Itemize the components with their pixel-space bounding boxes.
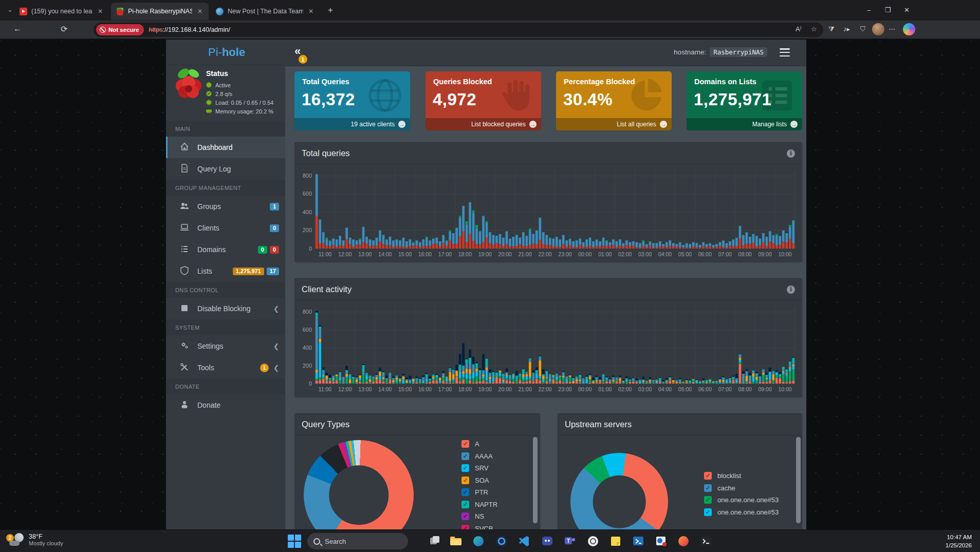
- browser-tab-pihole[interactable]: Pi-hole RasberrypiNAS ✕: [111, 3, 209, 20]
- sidebar-item-tools[interactable]: Tools1❮: [166, 357, 285, 378]
- search-icon: [313, 538, 320, 545]
- collections-icon[interactable]: ⛉: [860, 25, 865, 33]
- query-type-legend-item[interactable]: ✓SOA: [461, 474, 497, 487]
- legend-checkbox-icon: ✓: [461, 452, 469, 460]
- extensions-icon[interactable]: ⧩: [828, 25, 835, 33]
- url-text[interactable]: https://192.168.4.140/admin/: [149, 26, 230, 33]
- card-footer-link[interactable]: List all queries→: [556, 118, 672, 130]
- client-activity-chart[interactable]: 020040060080011:0012:0013:0014:0015:0016…: [299, 301, 798, 396]
- browser-tab-youtube[interactable]: (159) you need to learn MCP RIGH ✕: [14, 3, 109, 20]
- raspberry-logo: [173, 67, 204, 101]
- card-value: 16,372: [302, 90, 355, 109]
- sidebar-item-query-log[interactable]: Query Log: [166, 158, 285, 180]
- upstream-legend-item[interactable]: ✓one.one.one.one#53: [704, 506, 779, 519]
- sidebar-item-label: Clients: [197, 224, 267, 232]
- chatgpt-icon[interactable]: [586, 534, 600, 548]
- window-maximize-button[interactable]: ❐: [878, 0, 897, 20]
- vscode-icon[interactable]: [517, 534, 531, 548]
- teams-icon[interactable]: T: [563, 534, 577, 548]
- sidebar-item-lists[interactable]: Lists1,275,97117: [166, 260, 285, 282]
- card-footer-link[interactable]: 19 active clients→: [294, 118, 410, 130]
- total-queries-chart[interactable]: 020040060080011:0012:0013:0014:0015:0016…: [299, 165, 798, 261]
- file-explorer-icon[interactable]: [449, 534, 463, 548]
- query-type-legend-item[interactable]: ✓SVCB: [461, 523, 497, 530]
- svg-text:13:00: 13:00: [358, 386, 372, 392]
- screen: ⌄ (159) you need to learn MCP RIGH ✕ Pi-…: [0, 0, 980, 552]
- window-close-button[interactable]: ✕: [897, 0, 916, 20]
- sticky-notes-icon[interactable]: [608, 534, 623, 548]
- not-secure-badge[interactable]: Not secure: [96, 24, 144, 35]
- card-title: Percentage Blocked: [564, 78, 635, 86]
- tab-close-icon[interactable]: ✕: [96, 7, 105, 16]
- copilot-icon[interactable]: [903, 23, 915, 35]
- query-type-legend-item[interactable]: ✓PTR: [461, 486, 497, 499]
- globe-icon: [365, 75, 405, 116]
- outlook-icon[interactable]: [654, 534, 668, 548]
- card-footer-link[interactable]: List blocked queries→: [426, 118, 541, 130]
- read-aloud-icon[interactable]: A): [796, 25, 801, 33]
- nav-section-header: GROUP MANAGEMENT: [166, 180, 285, 196]
- query-type-legend-item[interactable]: ✓NAPTR: [461, 499, 497, 511]
- back-icon[interactable]: ←: [13, 24, 22, 33]
- settings-menu-icon[interactable]: ⋯: [889, 25, 895, 33]
- query-type-legend-item[interactable]: ✓AAAA: [461, 450, 497, 463]
- sidebar-item-dashboard[interactable]: Dashboard: [166, 137, 285, 158]
- tab-search-chevron-icon[interactable]: ⌄: [7, 6, 13, 13]
- photos-icon[interactable]: [494, 534, 509, 548]
- task-view-icon[interactable]: [428, 534, 442, 548]
- tab-close-icon[interactable]: ✕: [306, 7, 316, 16]
- weather-widget[interactable]: 2 38°F Mostly cloudy: [9, 532, 63, 547]
- info-icon[interactable]: i: [787, 285, 795, 294]
- query-types-legend: ✓A✓AAAA✓SRV✓SOA✓PTR✓NAPTR✓NS✓SVCB: [461, 438, 497, 529]
- svg-text:22:00: 22:00: [538, 386, 551, 392]
- query-type-legend-item[interactable]: ✓NS: [461, 510, 497, 523]
- legend-checkbox-icon: ✓: [704, 472, 712, 480]
- query-type-legend-item[interactable]: ✓A: [461, 438, 497, 450]
- card-footer-link[interactable]: Manage lists→: [687, 118, 802, 130]
- refresh-icon[interactable]: ⟳: [61, 24, 67, 34]
- edge-icon[interactable]: [471, 534, 486, 548]
- terminal-icon[interactable]: [699, 534, 713, 548]
- svg-text:00:00: 00:00: [578, 386, 591, 392]
- profile-avatar[interactable]: [872, 23, 884, 35]
- taskbar-clock[interactable]: 10:47 AM 1/25/2026: [946, 533, 972, 549]
- update-badge[interactable]: 1: [299, 55, 307, 64]
- sidebar-item-settings[interactable]: Settings❮: [166, 335, 285, 357]
- pihole-logo-text[interactable]: Pi-hole: [166, 40, 285, 65]
- discord-icon[interactable]: [540, 534, 554, 548]
- info-icon[interactable]: i: [787, 149, 795, 158]
- tab-close-icon[interactable]: ✕: [195, 7, 205, 16]
- legend-checkbox-icon: ✓: [461, 525, 469, 529]
- menu-hamburger-icon[interactable]: [780, 48, 790, 56]
- legend-scrollbar[interactable]: [533, 437, 538, 523]
- start-button[interactable]: [288, 535, 301, 548]
- powershell-icon[interactable]: [631, 534, 645, 548]
- sidebar-item-domains[interactable]: Domains00: [166, 239, 285, 260]
- media-controls-icon[interactable]: ♪▸: [843, 25, 850, 33]
- favorites-star-icon[interactable]: ☆: [811, 25, 817, 33]
- legend-label: SOA: [475, 477, 489, 484]
- browser-tab-datateam[interactable]: New Post | The Data Team ✕: [211, 3, 320, 20]
- svg-text:400: 400: [303, 345, 312, 351]
- address-bar[interactable]: Not secure https://192.168.4.140/admin/: [94, 23, 823, 37]
- upstream-legend-item[interactable]: ✓blocklist: [704, 470, 779, 482]
- upstream-legend-item[interactable]: ✓one.one.one.one#53: [704, 494, 779, 506]
- window-minimize-button[interactable]: –: [859, 0, 878, 20]
- firefox-icon[interactable]: [676, 534, 691, 548]
- gauge-icon: [206, 91, 212, 97]
- svg-text:11:00: 11:00: [319, 251, 332, 257]
- taskbar-search[interactable]: Search: [307, 533, 408, 549]
- upstream-legend-item[interactable]: ✓cache: [704, 482, 779, 494]
- new-tab-button[interactable]: +: [328, 5, 333, 15]
- memory-icon: [206, 108, 212, 114]
- legend-scrollbar[interactable]: [796, 437, 801, 523]
- legend-label: NAPTR: [475, 501, 497, 508]
- sidebar: Pi-hole Status Active2.8 q/sLoad: 0.05 /…: [166, 40, 285, 529]
- sidebar-item-groups[interactable]: Groups1: [166, 196, 285, 217]
- legend-label: SRV: [475, 464, 489, 472]
- sidebar-item-clients[interactable]: Clients0: [166, 217, 285, 239]
- svg-text:05:00: 05:00: [678, 251, 692, 257]
- query-type-legend-item[interactable]: ✓SRV: [461, 462, 497, 474]
- sidebar-item-disable-blocking[interactable]: Disable Blocking❮: [166, 298, 285, 319]
- sidebar-item-donate[interactable]: Donate: [166, 394, 285, 416]
